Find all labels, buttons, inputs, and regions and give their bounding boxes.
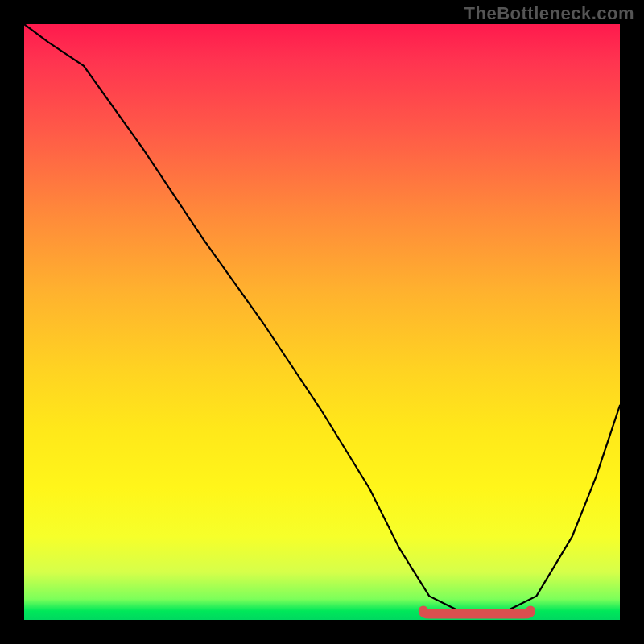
bottleneck-curve: [24, 24, 620, 614]
watermark-text: TheBottleneck.com: [464, 3, 634, 24]
optimal-range-marker: [423, 611, 530, 614]
chart-svg: [24, 24, 620, 620]
chart-plot-area: [24, 24, 620, 620]
